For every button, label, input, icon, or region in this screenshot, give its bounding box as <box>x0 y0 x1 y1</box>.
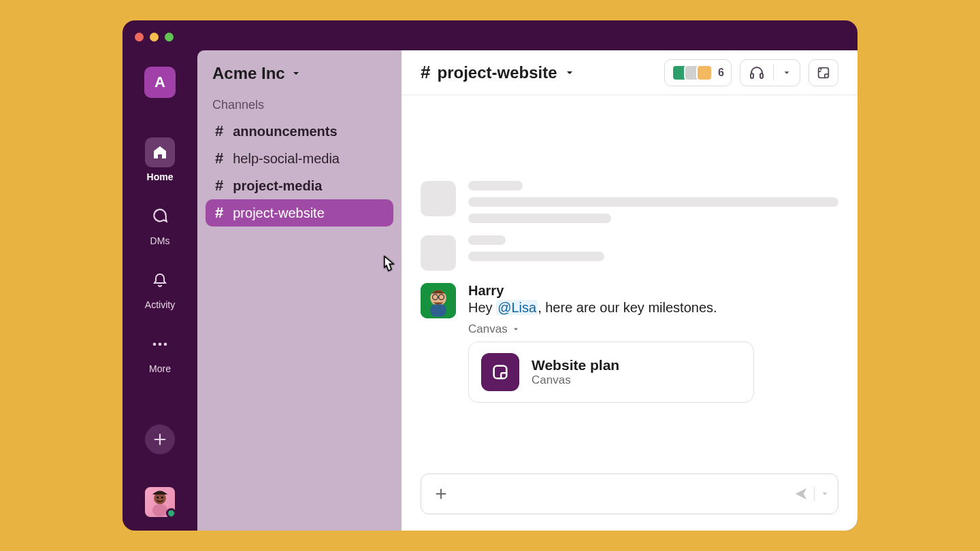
activity-icon <box>145 265 175 295</box>
nav-home[interactable]: Home <box>135 137 184 182</box>
minimize-window-icon[interactable] <box>150 33 159 41</box>
canvas-title: Website plan <box>532 357 619 373</box>
svg-point-1 <box>159 343 162 346</box>
attachment-type-label[interactable]: Canvas <box>468 322 838 336</box>
hash-icon: # <box>215 150 223 167</box>
channel-title[interactable]: # project-website <box>421 62 575 83</box>
svg-point-2 <box>164 343 167 346</box>
nav-more[interactable]: More <box>135 329 184 374</box>
send-icon[interactable] <box>794 486 808 501</box>
hash-icon: # <box>215 177 223 195</box>
svg-rect-7 <box>751 73 753 78</box>
svg-rect-4 <box>152 504 167 516</box>
main-pane: # project-website 6 <box>402 50 858 531</box>
channel-label: project-media <box>233 178 322 194</box>
message-text: Hey @Lisa, here are our key milestones. <box>468 300 838 316</box>
hash-icon: # <box>421 62 430 83</box>
presence-indicator-icon <box>166 508 175 517</box>
message-composer[interactable] <box>421 473 838 514</box>
close-window-icon[interactable] <box>135 33 144 41</box>
canvas-subtitle: Canvas <box>532 373 619 387</box>
svg-point-6 <box>161 497 163 499</box>
svg-point-0 <box>153 343 157 346</box>
channel-item-project-website[interactable]: #project-website <box>206 199 393 227</box>
user-avatar[interactable] <box>145 487 175 517</box>
message-placeholder <box>421 181 838 223</box>
channel-item-help-social-media[interactable]: #help-social-media <box>206 145 393 172</box>
create-button[interactable] <box>145 424 175 454</box>
hash-icon: # <box>215 204 223 222</box>
chevron-down-icon <box>564 67 575 78</box>
channel-canvas-button[interactable] <box>808 59 838 86</box>
user-mention[interactable]: @Lisa <box>496 300 538 315</box>
canvas-attachment[interactable]: Website plan Canvas <box>468 341 754 403</box>
nav-more-label: More <box>149 363 171 374</box>
huddle-button[interactable] <box>740 59 800 86</box>
channel-header: # project-website 6 <box>402 50 858 95</box>
headphones-icon <box>740 60 773 86</box>
caret-down-icon <box>512 325 520 333</box>
message-placeholder <box>421 235 838 271</box>
member-count: 6 <box>718 67 724 79</box>
message-author[interactable]: Harry <box>468 283 838 299</box>
svg-point-5 <box>157 497 159 499</box>
message-feed: Harry Hey @Lisa, here are our key milest… <box>402 95 858 463</box>
author-avatar[interactable] <box>421 283 456 318</box>
dms-icon <box>145 201 175 231</box>
composer-attach-button[interactable] <box>429 482 453 505</box>
chevron-down-icon[interactable] <box>774 60 800 86</box>
channel-item-announcements[interactable]: #announcements <box>206 118 393 145</box>
home-icon <box>145 137 175 167</box>
nav-activity-label: Activity <box>145 299 175 310</box>
svg-rect-8 <box>760 73 763 78</box>
channel-label: project-website <box>233 205 325 221</box>
channel-label: announcements <box>233 124 337 139</box>
nav-activity[interactable]: Activity <box>135 265 184 310</box>
nav-dms-label: DMs <box>150 235 170 246</box>
maximize-window-icon[interactable] <box>165 33 174 41</box>
member-avatars <box>672 65 713 81</box>
svg-rect-12 <box>430 304 446 316</box>
channels-section-header: Channels <box>206 98 393 118</box>
canvas-icon <box>481 353 519 391</box>
hash-icon: # <box>215 122 223 140</box>
workspace-name: Acme Inc <box>212 64 285 83</box>
channel-label: help-social-media <box>233 151 340 167</box>
workspace-menu[interactable]: Acme Inc <box>206 64 393 98</box>
message: Harry Hey @Lisa, here are our key milest… <box>421 283 838 403</box>
nav-dms[interactable]: DMs <box>135 201 184 246</box>
chevron-down-icon[interactable] <box>820 489 830 499</box>
window-controls <box>135 33 174 41</box>
more-icon <box>145 329 175 359</box>
nav-home-label: Home <box>147 171 174 182</box>
channel-item-project-media[interactable]: #project-media <box>206 172 393 199</box>
workspace-switcher[interactable]: A <box>144 67 176 98</box>
nav-rail: A Home DMs Activity <box>122 50 197 531</box>
channel-sidebar: Acme Inc Channels #announcements#help-so… <box>197 50 402 531</box>
chevron-down-icon <box>291 68 301 79</box>
channel-name: project-website <box>437 63 557 82</box>
app-window: A Home DMs Activity <box>122 20 858 531</box>
channel-members-button[interactable]: 6 <box>664 59 732 86</box>
svg-rect-9 <box>819 67 829 78</box>
